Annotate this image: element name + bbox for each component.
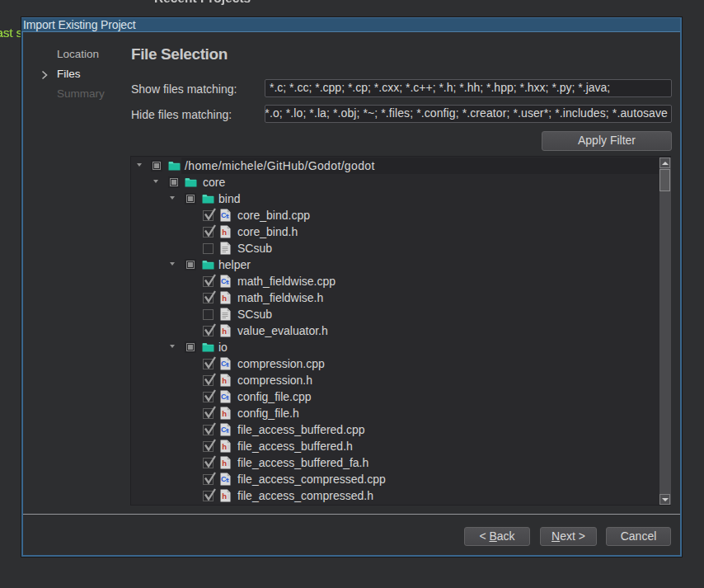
svg-text:h: h [222, 228, 227, 237]
svg-text:C: C [221, 277, 227, 285]
svg-text:h: h [222, 442, 227, 451]
svg-text:C: C [221, 393, 227, 401]
svg-text:h: h [222, 294, 227, 303]
svg-text:C: C [221, 426, 227, 434]
svg-text:h: h [222, 492, 227, 501]
svg-text:C: C [221, 211, 227, 219]
svg-text:h: h [222, 459, 227, 468]
svg-text:h: h [222, 376, 227, 385]
svg-text:C: C [221, 360, 227, 368]
svg-text:h: h [222, 327, 227, 336]
svg-text:C: C [221, 475, 227, 483]
svg-text:h: h [222, 409, 227, 418]
